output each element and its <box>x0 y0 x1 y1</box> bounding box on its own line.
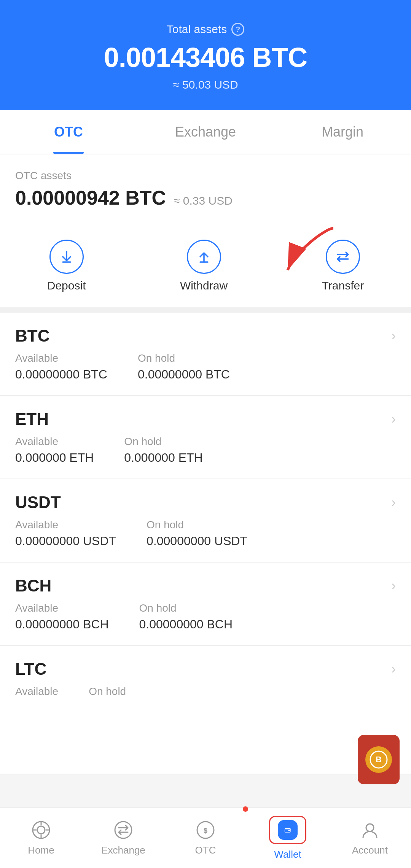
asset-item-btc[interactable]: BTC › Available 0.00000000 BTC On hold 0… <box>0 313 411 396</box>
nav-exchange-label: Exchange <box>101 844 145 856</box>
asset-item-usdt[interactable]: USDT › Available 0.00000000 USDT On hold… <box>0 479 411 563</box>
account-icon <box>360 820 380 840</box>
usdt-available-label: Available <box>15 519 116 531</box>
chevron-right-bch: › <box>391 578 396 594</box>
asset-name-ltc: LTC <box>15 660 46 679</box>
tab-otc[interactable]: OTC <box>0 110 137 154</box>
usdt-available-value: 0.00000000 USDT <box>15 534 116 548</box>
withdraw-label: Withdraw <box>180 279 228 292</box>
transfer-button[interactable]: Transfer <box>322 240 364 292</box>
nav-item-wallet[interactable]: Wallet <box>247 808 329 868</box>
btc-available-label: Available <box>15 352 107 364</box>
otc-assets-label: OTC assets <box>15 170 396 182</box>
svg-point-18 <box>366 824 374 831</box>
btc-onhold-label: On hold <box>138 352 230 364</box>
ltc-onhold-label: On hold <box>89 685 126 698</box>
deposit-button[interactable]: Deposit <box>47 240 86 292</box>
home-icon <box>31 820 51 840</box>
chevron-right-btc: › <box>391 328 396 344</box>
total-assets-label: Total assets ? <box>15 23 396 36</box>
withdraw-icon-circle <box>187 240 221 274</box>
tab-margin[interactable]: Margin <box>274 110 411 154</box>
bch-available-value: 0.00000000 BCH <box>15 617 109 631</box>
nav-otc-label: OTC <box>195 844 216 856</box>
nav-item-otc[interactable]: $ OTC <box>164 808 247 868</box>
btc-onhold-value: 0.00000000 BTC <box>138 367 230 382</box>
wallet-icon <box>278 820 298 840</box>
wallet-nav-wrapper <box>269 816 306 844</box>
float-btn-inner: B <box>365 746 392 773</box>
transfer-label: Transfer <box>322 279 364 292</box>
bch-onhold-label: On hold <box>139 602 233 614</box>
tab-exchange[interactable]: Exchange <box>137 110 274 154</box>
svg-point-12 <box>115 822 132 838</box>
eth-available-label: Available <box>15 436 94 448</box>
nav-account-label: Account <box>352 844 388 856</box>
svg-point-7 <box>37 826 45 834</box>
withdraw-button[interactable]: Withdraw <box>180 240 228 292</box>
asset-name-btc: BTC <box>15 326 49 345</box>
asset-name-bch: BCH <box>15 576 51 595</box>
nav-item-home[interactable]: Home <box>0 808 82 868</box>
bottom-nav: Home Exchange $ OTC <box>0 807 411 868</box>
total-btc-value: 0.00143406 BTC <box>15 42 396 73</box>
asset-name-eth: ETH <box>15 410 49 429</box>
exchange-icon <box>113 820 133 840</box>
asset-list: BTC › Available 0.00000000 BTC On hold 0… <box>0 313 411 774</box>
float-button[interactable]: B <box>358 735 400 784</box>
section-divider <box>0 307 411 313</box>
chevron-right-eth: › <box>391 411 396 427</box>
svg-text:B: B <box>376 755 382 764</box>
bch-available-label: Available <box>15 602 109 614</box>
asset-item-bch[interactable]: BCH › Available 0.00000000 BCH On hold 0… <box>0 563 411 646</box>
transfer-icon-circle <box>326 240 360 274</box>
nav-wallet-label: Wallet <box>274 849 301 860</box>
btc-available-value: 0.00000000 BTC <box>15 367 107 382</box>
help-icon[interactable]: ? <box>231 23 244 36</box>
usdt-onhold-value: 0.00000000 USDT <box>147 534 247 548</box>
ltc-available-label: Available <box>15 685 58 698</box>
chevron-right-ltc: › <box>391 661 396 677</box>
nav-item-exchange[interactable]: Exchange <box>82 808 164 868</box>
svg-text:$: $ <box>204 827 207 835</box>
eth-onhold-value: 0.000000 ETH <box>124 451 202 465</box>
otc-nav-icon: $ <box>196 820 215 840</box>
eth-onhold-label: On hold <box>124 436 202 448</box>
asset-item-eth[interactable]: ETH › Available 0.000000 ETH On hold 0.0… <box>0 396 411 479</box>
deposit-label: Deposit <box>47 279 86 292</box>
action-buttons: Deposit Withdraw Transfer <box>0 232 411 307</box>
otc-section: OTC assets 0.00000942 BTC ≈ 0.33 USD <box>0 154 411 232</box>
nav-item-account[interactable]: Account <box>329 808 411 868</box>
asset-item-ltc[interactable]: LTC › Available On hold <box>0 646 411 774</box>
otc-usd-approx: ≈ 0.33 USD <box>174 194 233 207</box>
deposit-icon-circle <box>49 240 84 274</box>
svg-rect-17 <box>288 830 290 831</box>
otc-btc-value: 0.00000942 BTC <box>15 186 166 209</box>
asset-name-usdt: USDT <box>15 493 61 512</box>
tabs-container: OTC Exchange Margin <box>0 110 411 154</box>
total-usd-value: ≈ 50.03 USD <box>15 78 396 91</box>
header: Total assets ? 0.00143406 BTC ≈ 50.03 US… <box>0 0 411 110</box>
eth-available-value: 0.000000 ETH <box>15 451 94 465</box>
bch-onhold-value: 0.00000000 BCH <box>139 617 233 631</box>
nav-home-label: Home <box>28 844 54 856</box>
usdt-onhold-label: On hold <box>147 519 247 531</box>
chevron-right-usdt: › <box>391 494 396 510</box>
